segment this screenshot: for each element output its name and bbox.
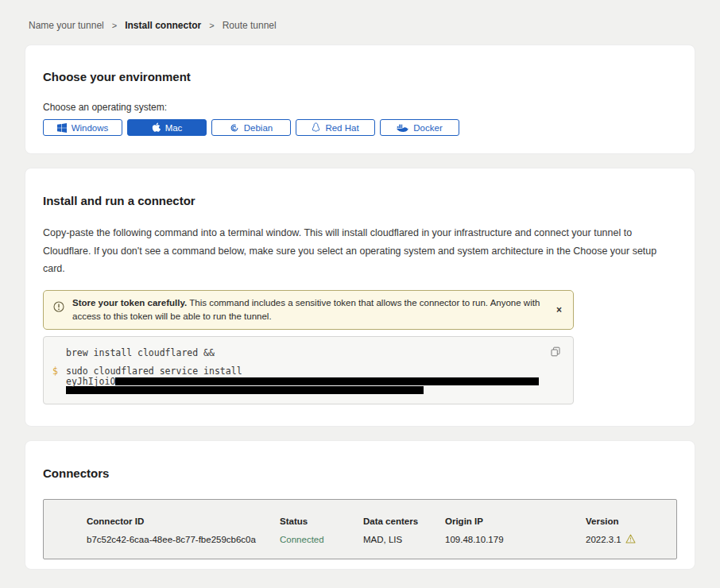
windows-logo-icon	[57, 123, 67, 133]
os-button-label: Windows	[72, 123, 109, 133]
header-origin-ip: Origin IP	[445, 516, 586, 526]
breadcrumb-separator: >	[112, 21, 117, 30]
shell-prompt: $	[52, 366, 58, 377]
os-button-mac[interactable]: Mac	[127, 119, 207, 136]
os-button-debian[interactable]: Debian	[211, 119, 291, 136]
cell-version: 2022.3.1	[586, 534, 676, 545]
cell-connector-id: b7c52c42-6caa-48ee-8c77-fbe259cb6c0a	[87, 535, 280, 544]
breadcrumb-separator: >	[209, 21, 214, 30]
install-description: Copy-paste the following command into a …	[43, 224, 677, 278]
os-button-group: Windows Mac Debian Red Hat	[43, 119, 677, 136]
warning-triangle-icon	[625, 534, 636, 545]
connectors-card: Connectors Connector ID Status Data cent…	[25, 440, 695, 570]
connectors-table: Connector ID Status Data centers Origin …	[43, 499, 677, 559]
table-row: b7c52c42-6caa-48ee-8c77-fbe259cb6c0a Con…	[87, 534, 676, 545]
status-badge: Connected	[280, 535, 363, 544]
os-select-label: Choose an operating system:	[43, 102, 677, 113]
tunnel-setup-page: Name your tunnel > Install connector > R…	[0, 0, 720, 588]
breadcrumb: Name your tunnel > Install connector > R…	[25, 0, 695, 31]
connectors-table-header: Connector ID Status Data centers Origin …	[87, 516, 676, 526]
os-button-label: Mac	[165, 123, 183, 133]
breadcrumb-step-name-your-tunnel[interactable]: Name your tunnel	[29, 20, 104, 31]
cell-origin-ip: 109.48.10.179	[445, 535, 586, 544]
copy-icon[interactable]	[549, 345, 562, 361]
cell-data-centers: MAD, LIS	[363, 535, 445, 544]
os-button-label: Docker	[413, 123, 442, 133]
code-line-sudo: $sudo cloudflared service install	[52, 366, 562, 377]
choose-environment-card: Choose your environment Choose an operat…	[25, 44, 695, 154]
token-redaction-bar	[66, 386, 424, 394]
os-button-windows[interactable]: Windows	[43, 119, 122, 136]
os-button-label: Red Hat	[325, 123, 358, 133]
apple-logo-icon	[152, 122, 161, 133]
token-warning-banner: Store your token carefully. This command…	[43, 290, 574, 330]
os-button-label: Debian	[244, 123, 273, 133]
connectors-card-title: Connectors	[43, 466, 677, 480]
header-status: Status	[280, 516, 363, 526]
os-button-docker[interactable]: Docker	[380, 119, 459, 136]
install-card-title: Install and run a connector	[43, 194, 677, 207]
os-button-redhat[interactable]: Red Hat	[296, 119, 375, 136]
debian-logo-icon	[230, 123, 239, 133]
install-command-codeblock: brew install cloudflared && $sudo cloudf…	[43, 336, 574, 404]
breadcrumb-step-route-tunnel[interactable]: Route tunnel	[223, 20, 277, 31]
code-line-sudo-text: sudo cloudflared service install	[66, 366, 242, 377]
close-icon[interactable]: ×	[555, 304, 563, 316]
token-warning-text: Store your token carefully. This command…	[72, 296, 549, 323]
token-warning-bold: Store your token carefully.	[72, 298, 187, 308]
install-connector-card: Install and run a connector Copy-paste t…	[25, 168, 695, 427]
token-redaction-bar	[115, 377, 539, 385]
code-line-token: eyJhIjoiO	[52, 377, 562, 386]
alert-circle-icon	[53, 301, 64, 323]
header-version: Version	[586, 516, 676, 526]
token-prefix: eyJhIjoiO	[66, 377, 115, 386]
code-line-brew: brew install cloudflared &&	[52, 347, 562, 358]
header-connector-id: Connector ID	[87, 516, 280, 526]
header-data-centers: Data centers	[363, 516, 445, 526]
environment-card-title: Choose your environment	[43, 70, 677, 83]
breadcrumb-step-install-connector[interactable]: Install connector	[125, 20, 201, 31]
version-text: 2022.3.1	[586, 535, 621, 544]
redhat-logo-icon	[312, 122, 320, 133]
docker-logo-icon	[397, 123, 408, 133]
